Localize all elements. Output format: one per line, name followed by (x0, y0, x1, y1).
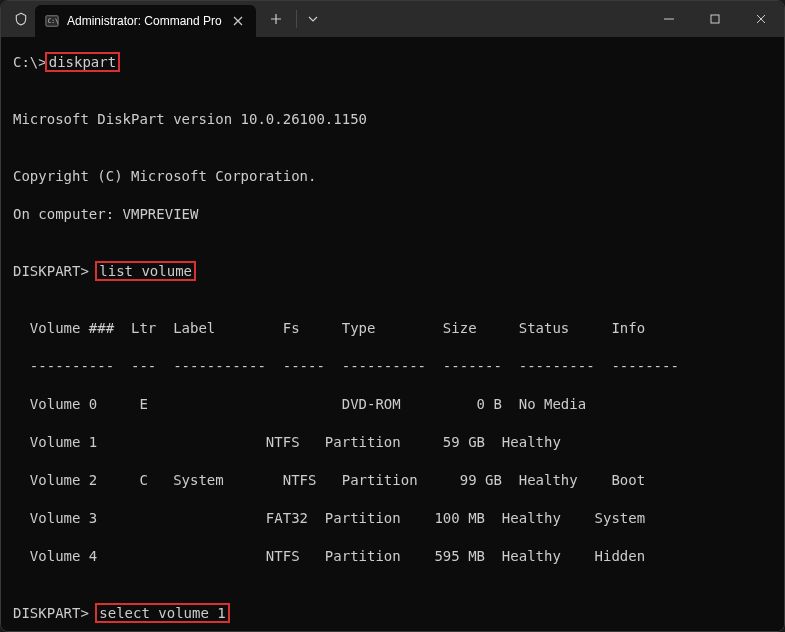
diskpart-prompt: DISKPART> (13, 263, 97, 279)
tab-title: Administrator: Command Pro (67, 14, 222, 28)
diskpart-prompt: DISKPART> (13, 605, 97, 621)
computer-line: On computer: VMPREVIEW (13, 205, 772, 224)
app-window: C:\ Administrator: Command Pro C:\> (0, 0, 785, 632)
tab-close-button[interactable] (230, 13, 246, 29)
titlebar[interactable]: C:\ Administrator: Command Pro (1, 1, 784, 37)
highlight-cmd-select-volume: select volume 1 (95, 603, 229, 623)
terminal-output[interactable]: C:\>diskpart Microsoft DiskPart version … (1, 37, 784, 631)
active-tab[interactable]: C:\ Administrator: Command Pro (35, 5, 256, 37)
version-line: Microsoft DiskPart version 10.0.26100.11… (13, 110, 772, 129)
copyright-line: Copyright (C) Microsoft Corporation. (13, 167, 772, 186)
table-header: Volume ### Ltr Label Fs Type Size Status… (13, 319, 772, 338)
svg-rect-2 (711, 15, 719, 23)
new-tab-button[interactable] (262, 5, 290, 33)
table-row: Volume 0 E DVD-ROM 0 B No Media (13, 395, 772, 414)
table-row: Volume 2 C System NTFS Partition 99 GB H… (13, 471, 772, 490)
table-row: Volume 1 NTFS Partition 59 GB Healthy (13, 433, 772, 452)
table-separator: ---------- --- ----------- ----- -------… (13, 357, 772, 376)
tab-divider (296, 10, 297, 28)
table-row: Volume 4 NTFS Partition 595 MB Healthy H… (13, 547, 772, 566)
highlight-cmd-diskpart: diskpart (45, 52, 120, 72)
cmd-icon: C:\ (45, 14, 59, 28)
maximize-button[interactable] (692, 1, 738, 37)
minimize-button[interactable] (646, 1, 692, 37)
shield-icon (13, 11, 29, 27)
svg-text:C:\: C:\ (48, 17, 59, 24)
prompt: C:\> (13, 54, 47, 70)
table-row: Volume 3 FAT32 Partition 100 MB Healthy … (13, 509, 772, 528)
window-controls (646, 1, 784, 37)
tab-dropdown-button[interactable] (299, 5, 327, 33)
close-button[interactable] (738, 1, 784, 37)
highlight-cmd-list-volume: list volume (95, 261, 196, 281)
